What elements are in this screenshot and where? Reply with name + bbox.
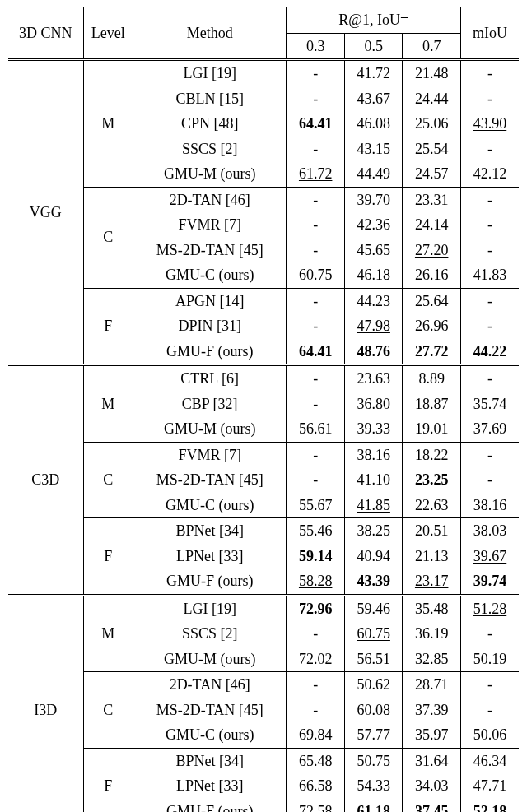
value-cell: 44.49 [344, 161, 402, 187]
value-cell: - [287, 365, 344, 392]
value-cell: 69.84 [287, 722, 344, 748]
value-cell: - [287, 187, 344, 212]
value-cell: - [287, 137, 344, 162]
value-cell: 23.63 [344, 365, 402, 392]
value-cell: - [287, 621, 344, 647]
method-cell: MS-2D-TAN [45] [133, 238, 287, 263]
value-cell: 66.58 [287, 773, 344, 799]
value-cell: - [287, 467, 344, 493]
value-cell: 55.46 [287, 518, 344, 544]
value-cell: 64.41 [287, 111, 344, 137]
value-cell: 40.94 [344, 544, 402, 569]
value-cell: 50.62 [344, 672, 402, 698]
miou-cell: 38.03 [460, 518, 519, 544]
value-cell: 25.54 [403, 137, 461, 162]
miou-cell: - [460, 238, 519, 263]
hdr-method: Method [133, 7, 287, 60]
value-cell: 22.63 [403, 493, 461, 518]
hdr-iou03: 0.3 [287, 33, 344, 60]
miou-cell: 39.74 [460, 568, 519, 595]
value-cell: 46.18 [344, 262, 402, 288]
level-cell: F [83, 748, 133, 812]
value-cell: 23.17 [403, 568, 461, 595]
value-cell: 43.67 [344, 86, 402, 112]
value-cell: 36.19 [403, 621, 461, 647]
value-cell: 19.01 [403, 416, 461, 442]
value-cell: 26.96 [403, 313, 461, 339]
level-cell: C [83, 672, 133, 749]
level-cell: M [83, 60, 133, 188]
miou-cell: 38.16 [460, 493, 519, 518]
hdr-cnn: 3D CNN [8, 7, 83, 60]
miou-cell: - [460, 313, 519, 339]
level-cell: C [83, 187, 133, 288]
value-cell: 37.39 [403, 698, 461, 723]
method-cell: BPNet [34] [133, 748, 287, 773]
value-cell: 24.14 [403, 212, 461, 238]
value-cell: 34.03 [403, 773, 461, 799]
value-cell: 32.85 [403, 647, 461, 672]
value-cell: 65.48 [287, 748, 344, 773]
value-cell: 44.23 [344, 288, 402, 313]
cnn-cell: VGG [8, 60, 83, 365]
value-cell: 35.48 [403, 595, 461, 621]
value-cell: 72.96 [287, 595, 344, 621]
miou-cell: - [460, 698, 519, 723]
value-cell: - [287, 60, 344, 86]
miou-cell: 35.74 [460, 392, 519, 417]
value-cell: 39.33 [344, 416, 402, 442]
method-cell: GMU-M (ours) [133, 416, 287, 442]
miou-cell: - [460, 288, 519, 313]
value-cell: - [287, 442, 344, 467]
value-cell: 18.87 [403, 392, 461, 417]
value-cell: 21.48 [403, 60, 461, 86]
value-cell: - [287, 672, 344, 698]
value-cell: 35.97 [403, 722, 461, 748]
method-cell: LGI [19] [133, 60, 287, 86]
method-cell: CBLN [15] [133, 86, 287, 112]
value-cell: 23.25 [403, 467, 461, 493]
method-cell: MS-2D-TAN [45] [133, 467, 287, 493]
method-cell: GMU-M (ours) [133, 161, 287, 187]
level-cell: F [83, 518, 133, 596]
value-cell: 64.41 [287, 339, 344, 365]
value-cell: 18.22 [403, 442, 461, 467]
method-cell: GMU-C (ours) [133, 722, 287, 748]
value-cell: 45.65 [344, 238, 402, 263]
value-cell: 59.14 [287, 544, 344, 569]
value-cell: - [287, 238, 344, 263]
method-cell: 2D-TAN [46] [133, 672, 287, 698]
value-cell: 55.67 [287, 493, 344, 518]
miou-cell: - [460, 467, 519, 493]
value-cell: 72.58 [287, 799, 344, 813]
method-cell: LGI [19] [133, 595, 287, 621]
hdr-iou05: 0.5 [344, 33, 402, 60]
method-cell: CTRL [6] [133, 365, 287, 392]
value-cell: 41.85 [344, 493, 402, 518]
value-cell: 47.98 [344, 313, 402, 339]
value-cell: 25.64 [403, 288, 461, 313]
value-cell: - [287, 86, 344, 112]
results-table: 3D CNN Level Method R@1, IoU= mIoU 0.3 0… [8, 7, 519, 812]
method-cell: CPN [48] [133, 111, 287, 137]
miou-cell: 39.67 [460, 544, 519, 569]
value-cell: 27.72 [403, 339, 461, 365]
value-cell: 46.08 [344, 111, 402, 137]
value-cell: 41.72 [344, 60, 402, 86]
miou-cell: - [460, 187, 519, 212]
value-cell: 43.39 [344, 568, 402, 595]
method-cell: FVMR [7] [133, 212, 287, 238]
value-cell: 57.77 [344, 722, 402, 748]
method-cell: 2D-TAN [46] [133, 187, 287, 212]
value-cell: 58.28 [287, 568, 344, 595]
value-cell: 50.75 [344, 748, 402, 773]
method-cell: LPNet [33] [133, 773, 287, 799]
method-cell: GMU-M (ours) [133, 647, 287, 672]
method-cell: GMU-F (ours) [133, 799, 287, 813]
value-cell: 42.36 [344, 212, 402, 238]
miou-cell: - [460, 621, 519, 647]
value-cell: 27.20 [403, 238, 461, 263]
level-cell: M [83, 365, 133, 443]
miou-cell: 44.22 [460, 339, 519, 365]
miou-cell: 50.19 [460, 647, 519, 672]
